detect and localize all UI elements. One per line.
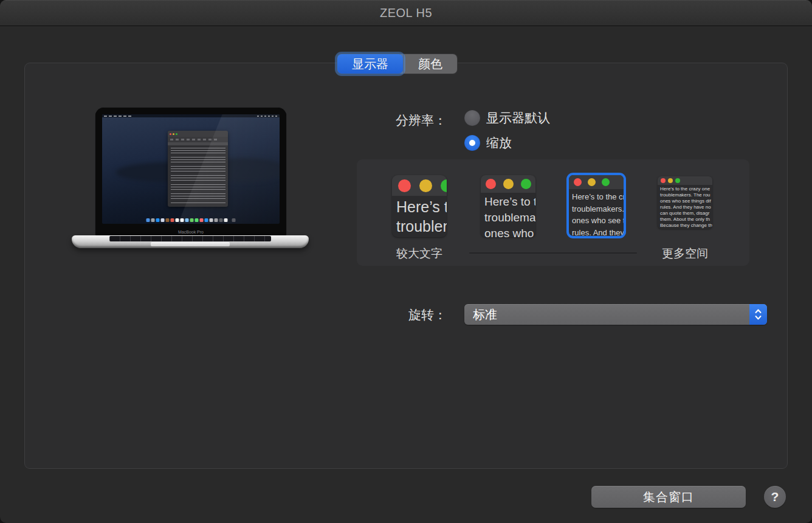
macbook-model-label: MacBook Pro xyxy=(95,230,286,234)
chevron-up-down-icon xyxy=(755,308,762,320)
close-icon xyxy=(398,179,411,192)
thumb-titlebar xyxy=(658,176,712,185)
thumb-text: Here’s to troublem xyxy=(392,196,447,236)
rotation-dropdown[interactable]: 标准 xyxy=(464,304,767,325)
zoom-icon xyxy=(521,179,531,189)
resolution-label: 分辨率： xyxy=(340,112,447,129)
thumb-text: Here’s to the cr troublemakers. ones who… xyxy=(569,189,624,236)
close-icon xyxy=(574,178,582,186)
radio-default-icon[interactable] xyxy=(464,110,480,126)
screen-reflection xyxy=(102,114,280,224)
minimize-icon xyxy=(503,179,514,189)
macbook-screen: MacBook Pro xyxy=(95,108,286,236)
thumb-titlebar xyxy=(392,175,447,196)
help-button[interactable]: ? xyxy=(764,486,786,508)
thumb-text: Here’s to the crazy one troublemakers. T… xyxy=(658,185,712,229)
tab-display[interactable]: 显示器 xyxy=(337,54,403,74)
minimize-icon xyxy=(588,178,596,186)
radio-scaled-label: 缩放 xyxy=(486,134,512,151)
scale-divider xyxy=(469,252,637,254)
macbook-keyboard xyxy=(109,236,271,241)
preferences-window: ZEOL H5 xyxy=(0,0,812,523)
scaling-option-2[interactable]: Here’s to t troublema ones who xyxy=(481,175,535,237)
zoom-icon xyxy=(675,178,680,183)
close-icon xyxy=(661,178,666,183)
radio-option-scaled[interactable]: 缩放 xyxy=(464,135,512,151)
radio-default-label: 显示器默认 xyxy=(486,109,550,126)
rotation-label: 旋转： xyxy=(377,307,447,324)
more-space-label: 更多空间 xyxy=(649,246,721,262)
macbook-trackpad xyxy=(151,242,230,246)
question-icon: ? xyxy=(771,490,779,504)
tab-color[interactable]: 颜色 xyxy=(403,54,457,74)
window-title: ZEOL H5 xyxy=(380,6,432,20)
dropdown-stepper-icon xyxy=(749,304,767,325)
scaling-option-3-selected[interactable]: Here’s to the cr troublemakers. ones who… xyxy=(569,175,624,236)
macbook-display-wallpaper xyxy=(102,114,280,224)
gather-windows-button[interactable]: 集合窗口 xyxy=(591,486,746,508)
close-icon xyxy=(486,179,496,189)
thumb-titlebar xyxy=(569,175,624,189)
larger-text-label: 较大文字 xyxy=(383,246,456,262)
tab-group: 显示器 颜色 xyxy=(337,54,458,74)
scaling-option-more-space[interactable]: Here’s to the crazy one troublemakers. T… xyxy=(658,176,712,229)
scaling-option-larger-text[interactable]: Here’s to troublem xyxy=(392,175,447,237)
radio-scaled-icon[interactable] xyxy=(464,135,480,151)
minimize-icon xyxy=(668,178,673,183)
zoom-icon xyxy=(441,179,447,192)
title-bar[interactable]: ZEOL H5 xyxy=(0,0,812,26)
rotation-value: 标准 xyxy=(464,307,749,323)
zoom-icon xyxy=(602,178,610,186)
minimize-icon xyxy=(419,179,432,192)
thumb-text: Here’s to t troublema ones who xyxy=(481,193,535,237)
radio-option-default[interactable]: 显示器默认 xyxy=(464,110,550,126)
thumb-titlebar xyxy=(481,175,535,193)
macbook-base xyxy=(72,235,309,248)
